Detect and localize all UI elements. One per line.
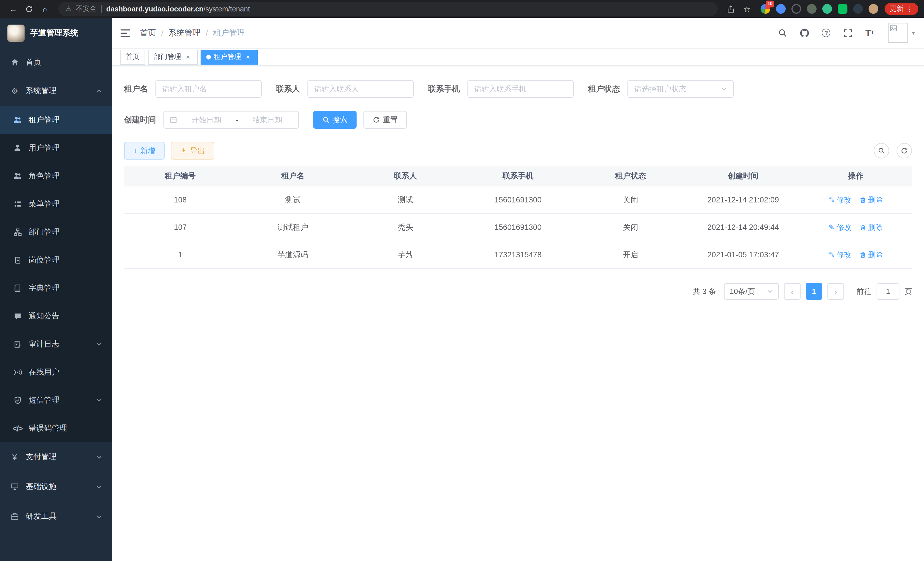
security-warning-icon: ⚠ — [66, 5, 71, 13]
next-page-button[interactable]: › — [827, 283, 844, 300]
header-actions: ? TT ▾ — [777, 23, 915, 43]
extension-green-icon[interactable] — [822, 4, 832, 14]
delete-button[interactable]: 删除 — [860, 195, 883, 205]
sidebar-section-label: 研发工具 — [26, 511, 90, 522]
sidebar-item-role[interactable]: 角色管理 — [0, 162, 112, 190]
sidebar-item-online-user[interactable]: 在线用户 — [0, 358, 112, 386]
status-select-placeholder: 请选择租户状态 — [634, 84, 686, 94]
table-row: 1 芋道源码 芋艿 17321315478 开启 2021-01-05 17:0… — [124, 241, 912, 269]
user-icon — [13, 144, 22, 152]
cell-tenant-name: 芋道源码 — [237, 250, 349, 260]
sidebar-item-user[interactable]: 用户管理 — [0, 134, 112, 162]
chevron-down-icon: ▾ — [912, 30, 915, 36]
table-toolbar: + 新增 导出 — [124, 142, 912, 159]
sidebar-item-label: 短信管理 — [28, 395, 90, 405]
font-size-icon[interactable]: TT — [864, 27, 875, 39]
delete-button[interactable]: 删除 — [860, 250, 883, 260]
sidebar-section-devtools[interactable]: 研发工具 — [0, 502, 112, 531]
reset-button[interactable]: 重置 — [363, 111, 407, 129]
extension-dark-icon[interactable] — [853, 4, 863, 14]
toggle-search-icon[interactable] — [874, 143, 889, 158]
breadcrumb-system[interactable]: 系统管理 — [169, 28, 201, 38]
close-icon[interactable]: × — [184, 53, 192, 61]
sidebar-item-label: 审计日志 — [28, 339, 90, 349]
edit-icon: ✎ — [829, 196, 835, 204]
breadcrumb-home[interactable]: 首页 — [140, 28, 156, 38]
mobile-input[interactable] — [467, 80, 574, 98]
close-icon[interactable]: × — [244, 53, 252, 61]
bookmark-star-icon[interactable]: ☆ — [740, 2, 754, 16]
edit-button[interactable]: ✎修改 — [829, 250, 851, 260]
tab-home[interactable]: 首页 — [120, 50, 145, 64]
prev-page-button[interactable]: ‹ — [784, 283, 801, 300]
sidebar-item-error-code[interactable]: </> 错误码管理 — [0, 414, 112, 442]
breadcrumb: 首页 / 系统管理 / 租户管理 — [140, 28, 245, 38]
extension-colordots-icon[interactable]: 10 — [760, 4, 770, 14]
browser-reload-icon[interactable] — [22, 2, 37, 16]
breadcrumb-separator: / — [161, 28, 164, 38]
reset-button-label: 重置 — [383, 115, 398, 125]
sidebar-toggle-icon[interactable] — [121, 29, 130, 37]
tab-tenant[interactable]: 租户管理× — [201, 50, 258, 64]
filter-row-1: 租户名 联系人 联系手机 租户状态 请选择租户状态 — [124, 80, 912, 98]
refresh-icon[interactable] — [897, 143, 912, 158]
sidebar-item-label: 字典管理 — [28, 283, 59, 293]
sidebar-item-notice[interactable]: 通知公告 — [0, 302, 112, 330]
edit-button[interactable]: ✎修改 — [829, 222, 851, 232]
tab-dept[interactable]: 部门管理× — [148, 50, 198, 64]
user-avatar-menu[interactable]: ▾ — [888, 23, 915, 43]
sidebar-section-payment[interactable]: ¥ 支付管理 — [0, 442, 112, 472]
cell-actions: ✎修改 删除 — [800, 195, 912, 205]
export-button[interactable]: 导出 — [171, 142, 214, 159]
delete-button[interactable]: 删除 — [860, 222, 883, 232]
sidebar-item-sms[interactable]: 短信管理 — [0, 386, 112, 414]
extension-blue-icon[interactable] — [776, 4, 786, 14]
github-icon[interactable] — [799, 27, 810, 39]
extension-green-square-icon[interactable] — [838, 4, 848, 14]
add-button[interactable]: + 新增 — [124, 142, 164, 159]
cell-contact: 测试 — [349, 195, 462, 205]
cell-created: 2021-12-14 20:49:44 — [687, 223, 800, 232]
sidebar: 芋道管理系统 首页 ⚙ 系统管理 租户管理 — [0, 18, 112, 561]
goto-page-input[interactable] — [877, 283, 899, 300]
page-1-button[interactable]: 1 — [806, 283, 822, 300]
search-icon[interactable] — [777, 27, 789, 39]
share-icon[interactable] — [723, 2, 738, 16]
create-time-label: 创建时间 — [124, 115, 156, 125]
sidebar-item-dict[interactable]: 字典管理 — [0, 274, 112, 302]
sidebar-item-dept[interactable]: 部门管理 — [0, 218, 112, 246]
browser-home-icon[interactable]: ⌂ — [38, 2, 52, 16]
add-button-label: 新增 — [140, 146, 155, 156]
column-header: 联系人 — [349, 171, 462, 181]
search-button[interactable]: 搜索 — [313, 111, 357, 129]
sidebar-item-home[interactable]: 首页 — [0, 49, 112, 76]
trash-icon — [860, 224, 866, 231]
contact-input[interactable] — [308, 80, 414, 98]
chevron-down-icon — [96, 341, 102, 347]
sidebar-section-infra[interactable]: 基础设施 — [0, 472, 112, 502]
sidebar-item-tenant[interactable]: 租户管理 — [0, 106, 112, 134]
tenant-name-input[interactable] — [155, 80, 262, 98]
browser-back-icon[interactable]: ← — [6, 2, 21, 16]
font-size-glyph: T — [866, 28, 871, 38]
page-size-select[interactable]: 10条/页 — [724, 283, 779, 300]
chevron-right-icon: › — [834, 287, 837, 296]
update-button[interactable]: 更新⋮ — [885, 3, 918, 15]
date-range-picker[interactable]: 开始日期 - 结束日期 — [164, 111, 299, 129]
fullscreen-icon[interactable] — [842, 27, 854, 39]
tags-view-bar: 首页 部门管理× 租户管理× — [112, 49, 924, 66]
export-button-label: 导出 — [190, 146, 205, 156]
status-select[interactable]: 请选择租户状态 — [627, 80, 734, 98]
sidebar-item-audit-log[interactable]: 审计日志 — [0, 330, 112, 358]
address-bar[interactable]: ⚠ 不安全 dashboard.yudao.iocoder.cn/system/… — [58, 2, 718, 16]
sidebar-section-system[interactable]: ⚙ 系统管理 — [0, 76, 112, 106]
sidebar-item-post[interactable]: 岗位管理 — [0, 246, 112, 274]
edit-button[interactable]: ✎修改 — [829, 195, 851, 205]
profile-avatar-icon[interactable] — [868, 4, 878, 14]
help-icon[interactable]: ? — [820, 27, 832, 39]
users-icon — [13, 171, 22, 180]
extension-darkring-icon[interactable] — [791, 4, 801, 14]
sidebar-item-menu[interactable]: 菜单管理 — [0, 190, 112, 218]
extension-olive-icon[interactable] — [807, 4, 817, 14]
kebab-menu-icon: ⋮ — [906, 5, 913, 13]
